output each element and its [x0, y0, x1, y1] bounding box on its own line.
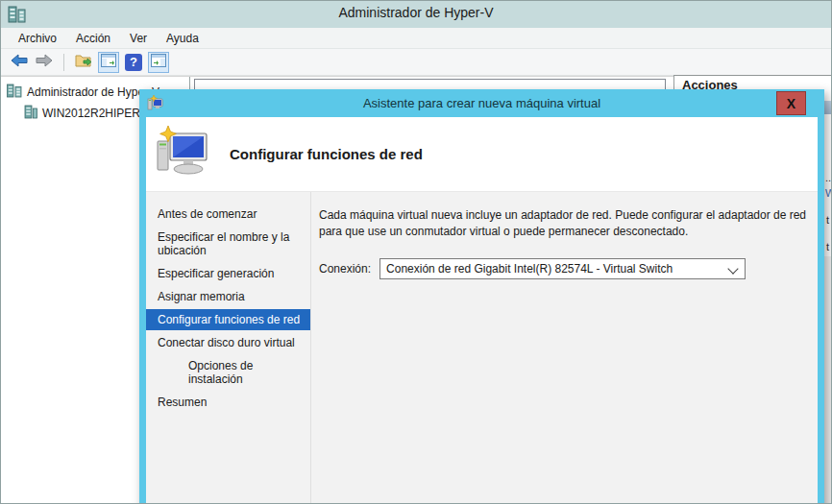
- connection-row: Conexión: Conexión de red Gigabit Intel(…: [319, 258, 819, 279]
- console-tree-toggle[interactable]: [98, 52, 119, 73]
- wizard-sidebar: Antes de comenzar Especificar el nombre …: [146, 192, 310, 504]
- menu-bar: Archivo Acción Ver Ayuda: [1, 28, 831, 49]
- wizard-content: Cada máquina virtual nueva incluye un ad…: [310, 192, 828, 504]
- export-button[interactable]: [73, 52, 94, 73]
- wizard-page-title: Configurar funciones de red: [230, 146, 423, 162]
- menu-ayuda[interactable]: Ayuda: [157, 30, 208, 47]
- nav-opciones-de-instalacion[interactable]: Opciones de instalación: [146, 355, 310, 390]
- main-titlebar: Administrador de Hyper-V: [1, 1, 831, 28]
- server-icon: [24, 105, 37, 122]
- folder-export-icon: [75, 53, 93, 72]
- nav-conectar-disco-duro-virtual[interactable]: Conectar disco duro virtual: [146, 332, 310, 353]
- wizard-titlebar: Asistente para crear nueva máquina virtu…: [146, 89, 818, 117]
- network-description-text: Cada máquina virtual nueva incluye un ad…: [319, 207, 819, 240]
- wizard-monitor-icon: [155, 126, 210, 183]
- wizard-mini-icon: [147, 95, 163, 114]
- close-button[interactable]: X: [776, 91, 806, 115]
- chevron-down-icon: [727, 263, 738, 274]
- connection-label: Conexión:: [319, 262, 371, 276]
- help-button[interactable]: ?: [123, 52, 144, 73]
- wizard-body: Antes de comenzar Especificar el nombre …: [146, 192, 818, 504]
- console-tree-icon: [101, 54, 116, 71]
- menu-ver[interactable]: Ver: [120, 30, 157, 47]
- actions-text-fragment: ..: [825, 172, 831, 183]
- hyperv-root-icon: [7, 84, 22, 101]
- toolbar-separator: [63, 54, 64, 71]
- help-icon: ?: [125, 54, 142, 71]
- nav-configurar-funciones-de-red[interactable]: Configurar funciones de red: [146, 309, 310, 330]
- action-pane-toggle[interactable]: [148, 52, 169, 73]
- tree-server-label: WIN2012R2HIPERV: [42, 107, 148, 120]
- toolbar: ?: [1, 49, 831, 76]
- connection-dropdown[interactable]: Conexión de red Gigabit Intel(R) 82574L …: [379, 258, 746, 279]
- back-button[interactable]: [9, 52, 30, 73]
- forward-button[interactable]: [34, 52, 55, 73]
- nav-asignar-memoria[interactable]: Asignar memoria: [146, 286, 310, 307]
- nav-resumen[interactable]: Resumen: [146, 392, 310, 413]
- menu-accion[interactable]: Acción: [66, 30, 120, 47]
- window-title: Administrador de Hyper-V: [1, 5, 831, 20]
- new-vm-wizard-dialog: Asistente para crear nueva máquina virtu…: [139, 89, 824, 504]
- menu-archivo[interactable]: Archivo: [9, 30, 66, 47]
- wizard-header: Configurar funciones de red: [146, 117, 818, 192]
- nav-especificar-nombre-ubicacion[interactable]: Especificar el nombre y la ubicación: [146, 227, 310, 261]
- back-arrow-icon: [11, 54, 28, 71]
- connection-dropdown-value: Conexión de red Gigabit Intel(R) 82574L …: [386, 262, 673, 276]
- forward-arrow-icon: [36, 54, 53, 71]
- nav-antes-de-comenzar[interactable]: Antes de comenzar: [146, 204, 310, 225]
- nav-especificar-generacion[interactable]: Especificar generación: [146, 263, 310, 284]
- hyperv-manager-window: Administrador de Hyper-V Archivo Acción …: [0, 0, 832, 504]
- action-pane-icon: [151, 54, 166, 71]
- wizard-title: Asistente para crear nueva máquina virtu…: [146, 96, 818, 110]
